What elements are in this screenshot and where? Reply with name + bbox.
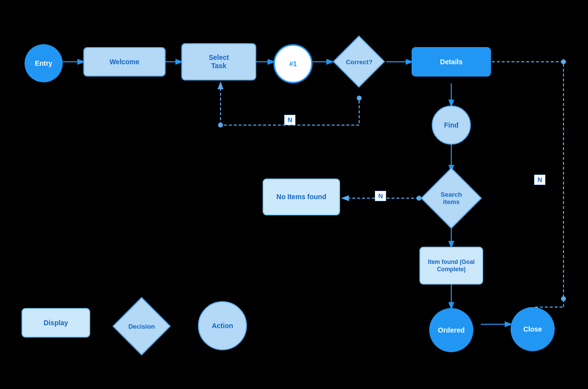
n-label-3: N bbox=[534, 175, 545, 185]
diagram-container: Entry Welcome Select Task #1 Correct? De… bbox=[0, 0, 588, 389]
noitemsfound-node: No Items found bbox=[263, 179, 340, 215]
noitemsfound-label: No Items found bbox=[276, 193, 326, 201]
details-node: Details bbox=[412, 47, 491, 77]
entry-label: Entry bbox=[35, 59, 52, 68]
n1-text: N bbox=[288, 116, 292, 124]
welcome-label: Welcome bbox=[109, 58, 139, 66]
hash1-label: #1 bbox=[289, 60, 297, 68]
legend-decision: Decision bbox=[113, 297, 171, 355]
selecttask-label: Select Task bbox=[209, 53, 229, 70]
legend-decision-label: Decision bbox=[128, 323, 155, 330]
itemfound-label: Item found (Goal Complete) bbox=[420, 259, 482, 273]
details-label: Details bbox=[440, 58, 463, 66]
ordered-node: Ordered bbox=[429, 308, 473, 352]
correct-node: Correct? bbox=[332, 39, 386, 84]
close-node: Close bbox=[511, 307, 555, 351]
searchitems-node: Search items bbox=[419, 171, 483, 226]
n2-text: N bbox=[378, 192, 383, 200]
n-label-2: N bbox=[375, 191, 386, 201]
correct-label: Correct? bbox=[346, 58, 372, 66]
welcome-node: Welcome bbox=[83, 47, 166, 77]
hash1-node: #1 bbox=[273, 44, 313, 83]
ordered-label: Ordered bbox=[438, 326, 465, 335]
n3-text: N bbox=[538, 176, 542, 183]
find-label: Find bbox=[444, 121, 459, 130]
legend-action-label: Action bbox=[212, 322, 233, 330]
legend-display: Display bbox=[22, 308, 90, 337]
legend-display-label: Display bbox=[44, 319, 68, 327]
searchitems-label: Search items bbox=[441, 191, 462, 206]
n-label-1: N bbox=[284, 115, 295, 125]
itemfound-node: Item found (Goal Complete) bbox=[419, 247, 483, 285]
legend-action: Action bbox=[198, 301, 247, 350]
find-node: Find bbox=[432, 105, 471, 145]
close-label: Close bbox=[523, 325, 542, 334]
selecttask-node: Select Task bbox=[181, 43, 256, 80]
entry-node: Entry bbox=[24, 44, 63, 82]
